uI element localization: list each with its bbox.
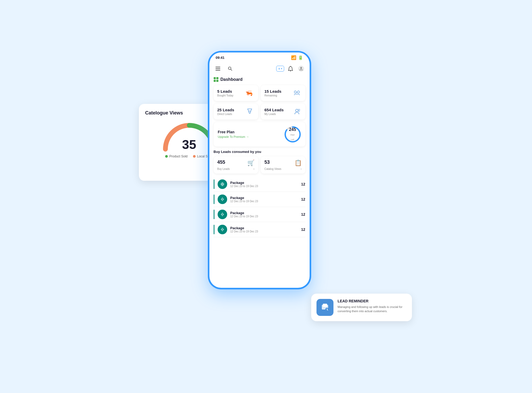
battery-icon: 🔋 — [298, 55, 303, 60]
days-circle: 245 DaysLeft — [284, 126, 301, 143]
status-time: 09:41 — [216, 56, 225, 60]
notification-icon[interactable] — [286, 64, 295, 73]
stat-icon-direct — [245, 107, 254, 116]
action-card-buyleads[interactable]: 455 🛒 Buy Leads › — [214, 156, 258, 174]
days-number: 245 — [289, 127, 296, 132]
pkg-info-3: Package 12 Dec 23 to 19 Dec 23 — [230, 226, 298, 233]
action-top-catalog: 53 📋 — [265, 160, 302, 166]
legend-product-sold: Product Sold — [165, 154, 188, 158]
svg-point-10 — [297, 91, 300, 93]
top-bar-right: +▾ — [276, 64, 305, 73]
reminder-icon-box — [316, 299, 333, 316]
pkg-count-0: 12 — [301, 182, 305, 186]
phone-content[interactable]: +▾ — [209, 60, 310, 282]
plan-card[interactable]: Free Plan Upgrade To Premium → 245 DaysL… — [214, 122, 305, 147]
top-bar: +▾ — [214, 62, 305, 75]
svg-point-9 — [294, 91, 296, 93]
stat-info-bought: 5 Leads Bought Today — [217, 89, 234, 97]
svg-rect-1 — [216, 68, 220, 69]
consumed-section-title: Buy Leads consumed by you — [214, 150, 305, 154]
stat-label-direct: Direct Leads — [217, 113, 234, 116]
svg-point-13 — [296, 109, 298, 112]
action-grid: 455 🛒 Buy Leads › 53 📋 — [214, 156, 305, 174]
pkg-icon-0 — [218, 179, 227, 189]
stat-card-bought[interactable]: 5 Leads Bought Today 🦐 — [214, 85, 258, 101]
pkg-count-2: 12 — [301, 212, 305, 217]
stat-number-bought: 5 Leads — [217, 89, 234, 94]
package-list: Package 12 Dec 23 to 19 Dec 23 12 P — [214, 177, 305, 237]
svg-point-5 — [290, 70, 291, 71]
stat-icon-remaining — [292, 88, 302, 98]
menu-icon[interactable] — [214, 64, 222, 73]
user-avatar-icon[interactable] — [297, 64, 305, 73]
pkg-icon-2 — [218, 210, 227, 219]
pkg-name-0: Package — [230, 181, 298, 185]
svg-point-7 — [300, 67, 302, 69]
phone-inner-frame: 09:41 📶 🔋 — [209, 52, 310, 288]
stat-card-direct[interactable]: 25 Leads Direct Leads — [214, 104, 258, 120]
status-icons: 📶 🔋 — [291, 55, 303, 60]
pkg-border-0 — [214, 179, 214, 189]
phone-outer-frame: 09:41 📶 🔋 — [208, 51, 311, 289]
action-arrow-buyleads: › — [253, 167, 254, 170]
pkg-border-2 — [214, 210, 214, 219]
dashboard-heading: Dashboard — [221, 77, 243, 82]
stat-card-myleads[interactable]: 654 Leads My Leads — [261, 104, 305, 120]
svg-rect-20 — [323, 304, 327, 307]
stat-label-myleads: My Leads — [265, 113, 284, 116]
stat-card-remaining[interactable]: 15 Leads Remaining — [261, 85, 305, 101]
reminder-box-icon — [320, 303, 330, 312]
pkg-count-3: 12 — [301, 227, 305, 232]
phone-frame: 09:41 📶 🔋 — [208, 51, 311, 289]
local-store-dot — [193, 155, 196, 158]
reminder-card: LEAD REMINDER Managing and following up … — [311, 294, 412, 321]
plan-title: Free Plan — [218, 130, 249, 134]
add-button[interactable]: +▾ — [276, 66, 284, 72]
stats-grid: 5 Leads Bought Today 🦐 15 Leads Remainin… — [214, 85, 305, 120]
svg-text:🦐: 🦐 — [245, 90, 253, 97]
reminder-text: LEAD REMINDER Managing and following up … — [338, 299, 407, 313]
stat-info-direct: 25 Leads Direct Leads — [217, 108, 234, 116]
stat-label-remaining: Remaining — [265, 94, 282, 97]
package-item-3[interactable]: Package 12 Dec 23 to 19 Dec 23 12 — [214, 222, 305, 237]
dashboard-icon — [214, 77, 218, 82]
action-card-catalog[interactable]: 53 📋 Catalog Views › — [261, 156, 305, 174]
reminder-title: LEAD REMINDER — [338, 299, 407, 303]
pkg-name-2: Package — [230, 211, 298, 215]
search-icon[interactable] — [226, 64, 234, 73]
pkg-name-1: Package — [230, 196, 298, 200]
phone-notch — [249, 52, 270, 58]
stat-icon-myleads — [292, 107, 302, 116]
package-item-2[interactable]: Package 12 Dec 23 to 19 Dec 23 12 — [214, 207, 305, 222]
upgrade-link[interactable]: Upgrade To Premium → — [218, 135, 249, 138]
pkg-count-1: 12 — [301, 197, 305, 201]
dashboard-title-row: Dashboard — [214, 77, 305, 82]
package-item-1[interactable]: Package 12 Dec 23 to 19 Dec 23 12 — [214, 192, 305, 207]
stat-number-remaining: 15 Leads — [265, 89, 282, 94]
product-sold-label: Product Sold — [169, 154, 188, 158]
action-number-buyleads: 455 — [217, 160, 225, 165]
svg-rect-0 — [216, 67, 220, 67]
package-item-0[interactable]: Package 12 Dec 23 to 19 Dec 23 12 — [214, 177, 305, 192]
stat-label-bought: Bought Today — [217, 94, 234, 97]
action-arrow-catalog: › — [301, 167, 301, 170]
action-top-buyleads: 455 🛒 — [217, 160, 254, 166]
stat-number-myleads: 654 Leads — [265, 108, 284, 112]
cart-icon: 🛒 — [247, 160, 254, 166]
pkg-date-0: 12 Dec 23 to 19 Dec 23 — [230, 185, 298, 188]
pkg-date-3: 12 Dec 23 to 19 Dec 23 — [230, 230, 298, 233]
action-number-catalog: 53 — [265, 160, 270, 165]
days-text: 245 DaysLeft — [289, 127, 296, 141]
days-label: DaysLeft — [291, 134, 295, 140]
reminder-body: Managing and following up with leads is … — [338, 305, 407, 313]
svg-point-14 — [298, 109, 300, 111]
wifi-icon: 📶 — [291, 55, 296, 60]
catalog-icon: 📋 — [294, 160, 302, 166]
top-bar-left — [214, 64, 234, 73]
plan-info: Free Plan Upgrade To Premium → — [218, 130, 249, 139]
pkg-date-2: 12 Dec 23 to 19 Dec 23 — [230, 215, 298, 218]
pkg-info-0: Package 12 Dec 23 to 19 Dec 23 — [230, 181, 298, 188]
action-label-catalog: Catalog Views — [265, 167, 282, 170]
stat-info-remaining: 15 Leads Remaining — [265, 89, 282, 97]
stat-icon-bought: 🦐 — [245, 88, 254, 98]
